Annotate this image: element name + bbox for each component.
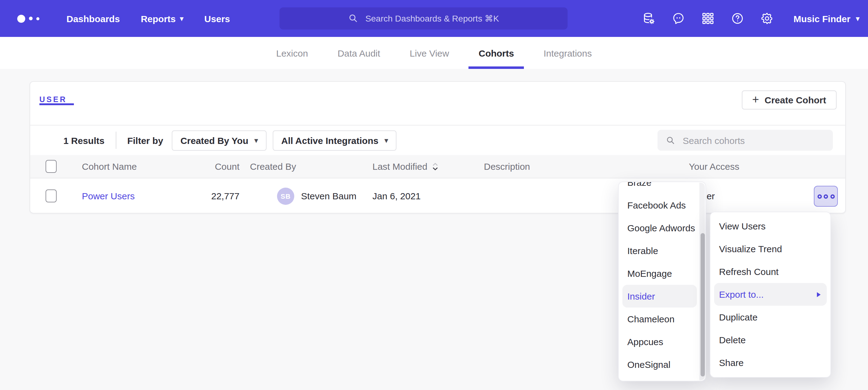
menu-item-insider[interactable]: Insider — [622, 285, 697, 307]
cohorts-page: Dashboards Reports▾ Users Search Dashboa… — [0, 0, 868, 390]
avatar: SB — [277, 187, 294, 204]
chevron-down-icon: ▾ — [180, 15, 183, 22]
integrations-filter-dropdown[interactable]: All Active Integrations ▾ — [273, 130, 397, 151]
menu-item-onesignal[interactable]: OneSignal — [619, 353, 706, 376]
data-management-tabs: Lexicon Data Audit Live View Cohorts Int… — [0, 37, 868, 69]
submenu-arrow-icon — [816, 291, 821, 297]
tab-data-audit[interactable]: Data Audit — [328, 37, 390, 69]
menu-item-braze[interactable]: Braze — [619, 182, 706, 194]
menu-item-chameleon[interactable]: Chameleon — [619, 307, 706, 330]
feedback-icon[interactable] — [672, 12, 685, 25]
menu-item-visualize-trend[interactable]: Visualize Trend — [710, 237, 831, 260]
chevron-down-icon: ▾ — [384, 137, 388, 143]
row-checkbox[interactable] — [45, 190, 57, 202]
tab-user-cohorts[interactable]: USER — [39, 95, 67, 104]
row-actions-button[interactable] — [814, 186, 838, 207]
menu-item-delete[interactable]: Delete — [710, 328, 831, 351]
table-header: Cohort Name Count Created By Last Modifi… — [30, 155, 845, 178]
search-cohorts-input[interactable]: Search cohorts — [657, 130, 833, 151]
divider — [116, 132, 116, 149]
filter-by-label: Filter by — [127, 135, 163, 145]
menu-item-iterable[interactable]: Iterable — [619, 239, 706, 262]
export-destinations-menu: Braze Facebook Ads Google Adwords Iterab… — [618, 182, 706, 381]
menu-item-share[interactable]: Share — [710, 351, 831, 374]
col-description: Description — [484, 155, 530, 178]
more-dots-icon — [817, 194, 822, 198]
row-actions-menu: View Users Visualize Trend Refresh Count… — [710, 212, 831, 378]
search-cohorts-placeholder: Search cohorts — [683, 135, 745, 145]
created-by-name: Steven Baum — [301, 191, 356, 201]
col-cohort-name: Cohort Name — [82, 155, 137, 178]
cohort-count: 22,777 — [178, 178, 240, 214]
cohorts-card: USER + Create Cohort 1 Results Filter by… — [30, 81, 846, 214]
scrollbar-thumb[interactable] — [701, 233, 705, 377]
card-header: USER + Create Cohort — [30, 82, 845, 126]
navbar-right: Music Finder ▾ — [642, 0, 859, 37]
plus-icon: + — [752, 94, 759, 105]
nav-users[interactable]: Users — [205, 13, 230, 24]
settings-icon[interactable] — [760, 12, 774, 25]
tab-lexicon[interactable]: Lexicon — [266, 37, 318, 69]
search-icon — [665, 135, 676, 145]
tab-integrations[interactable]: Integrations — [534, 37, 602, 69]
cohort-name-link[interactable]: Power Users — [82, 191, 135, 201]
active-tab-underline — [39, 103, 74, 105]
menu-item-export-to[interactable]: Export to... — [714, 283, 827, 306]
help-icon[interactable] — [731, 12, 744, 25]
menu-item-view-users[interactable]: View Users — [710, 215, 831, 237]
col-last-modified: Last Modified — [372, 155, 438, 178]
menu-item-refresh-count[interactable]: Refresh Count — [710, 260, 831, 283]
chevron-down-icon: ▾ — [254, 137, 258, 143]
created-by-cell: SB Steven Baum — [277, 178, 356, 214]
project-selector[interactable]: Music Finder ▾ — [794, 13, 859, 24]
search-icon — [348, 13, 359, 24]
global-search-placeholder: Search Dashboards & Reports ⌘K — [365, 13, 499, 23]
apps-grid-icon[interactable] — [701, 12, 715, 25]
sort-icon[interactable] — [432, 162, 438, 171]
table-row: Power Users 22,777 SB Steven Baum Jan 6,… — [30, 178, 845, 214]
created-by-filter-dropdown[interactable]: Created By You ▾ — [172, 130, 267, 151]
filter-toolbar: 1 Results Filter by Created By You ▾ All… — [30, 126, 845, 155]
global-search-input[interactable]: Search Dashboards & Reports ⌘K — [279, 7, 567, 30]
menu-item-google-adwords[interactable]: Google Adwords — [619, 217, 706, 239]
menu-item-duplicate[interactable]: Duplicate — [710, 306, 831, 328]
create-cohort-button[interactable]: + Create Cohort — [742, 90, 837, 109]
export-destinations-list: Braze Facebook Ads Google Adwords Iterab… — [619, 182, 706, 376]
data-management-icon[interactable] — [642, 12, 656, 25]
nav-dashboards[interactable]: Dashboards — [66, 13, 120, 24]
nav-reports[interactable]: Reports▾ — [141, 13, 183, 24]
mixpanel-logo-icon[interactable] — [17, 14, 39, 23]
col-created-by: Created By — [250, 155, 296, 178]
last-modified-cell: Jan 6, 2021 — [372, 178, 421, 214]
menu-item-appcues[interactable]: Appcues — [619, 330, 706, 353]
tab-live-view[interactable]: Live View — [400, 37, 459, 69]
col-your-access: Your Access — [689, 155, 739, 178]
col-count: Count — [178, 155, 240, 178]
nav-links: Dashboards Reports▾ Users — [66, 13, 230, 24]
top-navbar: Dashboards Reports▾ Users Search Dashboa… — [0, 0, 868, 37]
results-count: 1 Results — [63, 135, 104, 145]
tab-cohorts[interactable]: Cohorts — [469, 37, 524, 69]
menu-item-moengage[interactable]: MoEngage — [619, 262, 706, 285]
menu-item-facebook-ads[interactable]: Facebook Ads — [619, 194, 706, 217]
project-name: Music Finder — [794, 13, 850, 24]
chevron-down-icon: ▾ — [856, 15, 859, 22]
select-all-checkbox[interactable] — [45, 160, 57, 173]
